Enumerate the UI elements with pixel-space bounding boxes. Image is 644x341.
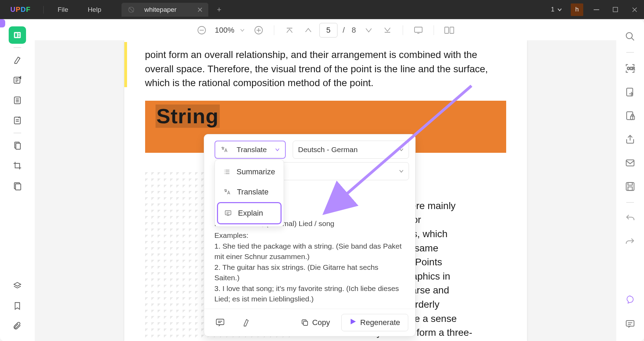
svg-point-22 — [626, 33, 633, 39]
ai-popup: Translate Deutsch - German — [204, 134, 416, 336]
page-tool-button[interactable] — [9, 92, 26, 109]
minimize-button[interactable] — [587, 0, 606, 19]
chat-button[interactable] — [621, 315, 639, 333]
form-tool-button[interactable] — [9, 112, 26, 129]
tab-close-button[interactable] — [197, 7, 203, 13]
chevron-down-icon — [399, 148, 403, 151]
organize-tool-button[interactable] — [9, 177, 26, 194]
svg-rect-31 — [626, 321, 634, 326]
layers-button[interactable] — [9, 277, 26, 294]
dropdown-item-explain[interactable]: Explain — [217, 202, 282, 224]
action-select-label: Translate — [237, 145, 267, 154]
dropdown-label: Summarize — [236, 167, 275, 176]
ai-assistant-button[interactable] — [621, 291, 639, 308]
menu-help[interactable]: Help — [78, 6, 111, 14]
lock-button[interactable] — [621, 107, 639, 124]
dropdown-item-summarize[interactable]: Summarize — [217, 162, 282, 182]
menu-file[interactable]: File — [48, 6, 78, 14]
regenerate-button[interactable]: Regenerate — [341, 314, 408, 331]
prev-page-button[interactable] — [301, 23, 316, 38]
presentation-button[interactable] — [411, 23, 426, 38]
regenerate-label: Regenerate — [360, 318, 400, 327]
bookmark-button[interactable] — [9, 297, 26, 315]
dropdown-item-translate[interactable]: Translate — [217, 182, 282, 202]
document-tab[interactable]: whitepaper — [122, 3, 208, 17]
example-line: 1. She tied the package with a string. (… — [215, 241, 405, 262]
user-count[interactable]: 1 — [546, 6, 567, 13]
translate-icon — [223, 188, 231, 196]
dropdown-label: Translate — [237, 188, 269, 197]
svg-rect-15 — [445, 27, 449, 33]
svg-rect-11 — [16, 184, 21, 190]
language-select[interactable]: Deutsch - German — [293, 141, 409, 159]
redo-button[interactable] — [621, 233, 639, 251]
user-count-value: 1 — [551, 6, 554, 13]
action-select[interactable]: Translate — [215, 141, 286, 159]
svg-rect-9 — [16, 143, 20, 149]
chevron-down-icon — [557, 8, 562, 11]
svg-rect-2 — [613, 7, 618, 12]
svg-rect-19 — [216, 319, 224, 325]
example-line: 2. The guitar has six strings. (Die Gita… — [215, 262, 405, 283]
copy-button[interactable]: Copy — [297, 316, 334, 329]
last-page-button[interactable] — [380, 23, 395, 38]
selected-text[interactable]: String — [156, 105, 220, 128]
highlight-tool-button[interactable] — [9, 51, 26, 69]
left-accent-indicator — [0, 19, 5, 27]
svg-rect-27 — [626, 160, 634, 166]
svg-rect-14 — [415, 27, 422, 32]
highlight-button[interactable] — [238, 316, 254, 329]
zoom-out-button[interactable] — [194, 23, 209, 38]
tab-doc-icon — [128, 6, 135, 13]
title-bar: UPDF File Help whitepaper + 1 h — [0, 0, 644, 19]
content-area: 100% / 8 point form an overall relations… — [35, 20, 616, 341]
zoom-dropdown-icon[interactable] — [240, 27, 248, 33]
convert-button[interactable] — [621, 83, 639, 101]
svg-rect-28 — [626, 183, 634, 191]
divider — [43, 6, 44, 14]
page-number-input[interactable] — [319, 23, 337, 38]
attachment-button[interactable] — [9, 317, 26, 335]
list-icon — [223, 168, 231, 176]
example-line: 3. I love that song; it's my favorite st… — [215, 283, 405, 305]
svg-rect-18 — [225, 211, 231, 215]
svg-text:OCR: OCR — [627, 67, 635, 70]
zoom-in-button[interactable] — [251, 23, 266, 38]
svg-rect-30 — [628, 187, 633, 190]
tab-title: whitepaper — [141, 6, 191, 14]
play-icon — [349, 318, 357, 327]
action-dropdown: Summarize Translate Explain — [215, 159, 284, 227]
save-button[interactable] — [621, 178, 639, 195]
reader-mode-button[interactable] — [9, 26, 26, 44]
protect-tool-button[interactable] — [9, 137, 26, 154]
svg-rect-4 — [15, 33, 17, 37]
add-comment-button[interactable] — [211, 316, 229, 329]
document-viewport[interactable]: point form an overall relationship, and … — [35, 40, 616, 341]
copy-icon — [301, 319, 309, 326]
maximize-button[interactable] — [606, 0, 625, 19]
search-button[interactable] — [621, 28, 639, 45]
close-button[interactable] — [625, 0, 644, 19]
examples-label: Examples: — [215, 230, 405, 241]
comment-tool-button[interactable] — [9, 72, 26, 89]
copy-label: Copy — [312, 318, 330, 327]
email-button[interactable] — [621, 154, 639, 172]
crop-tool-button[interactable] — [9, 157, 26, 174]
svg-rect-16 — [450, 27, 454, 33]
undo-button[interactable] — [621, 210, 639, 227]
top-toolbar: 100% / 8 — [35, 20, 616, 40]
left-sidebar — [0, 20, 35, 341]
compare-view-button[interactable] — [442, 23, 457, 38]
marker-icon — [242, 318, 250, 327]
share-button[interactable] — [621, 131, 639, 148]
first-page-button[interactable] — [282, 23, 297, 38]
new-tab-button[interactable]: + — [217, 5, 221, 14]
ocr-button[interactable]: OCR — [621, 60, 639, 77]
chevron-down-icon — [399, 170, 403, 173]
svg-rect-7 — [14, 117, 20, 124]
page-separator: / — [341, 26, 346, 35]
page-total: 8 — [350, 26, 358, 35]
next-page-button[interactable] — [361, 23, 376, 38]
dropdown-label: Explain — [238, 209, 263, 218]
user-avatar[interactable]: h — [571, 3, 583, 16]
